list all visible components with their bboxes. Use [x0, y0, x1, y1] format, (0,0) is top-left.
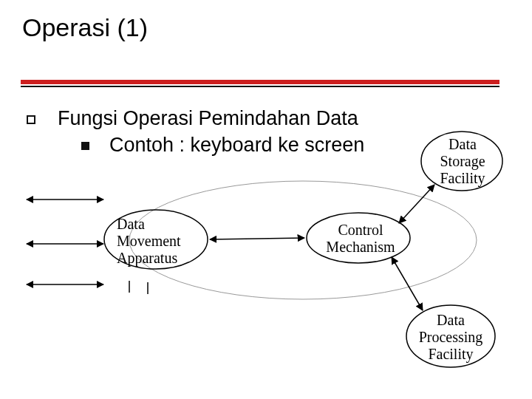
node-control: Control Mechanism	[316, 222, 405, 256]
node-processing: Data Processing Facility	[414, 312, 488, 363]
slide: Operasi (1) Fungsi Operasi Pemindahan Da…	[0, 0, 532, 399]
svg-line-9	[399, 185, 434, 223]
svg-line-8	[210, 238, 304, 239]
node-movement: Data Movement Apparatus	[117, 216, 198, 267]
svg-line-10	[392, 257, 423, 310]
node-storage: Data Storage Facility	[437, 136, 488, 187]
